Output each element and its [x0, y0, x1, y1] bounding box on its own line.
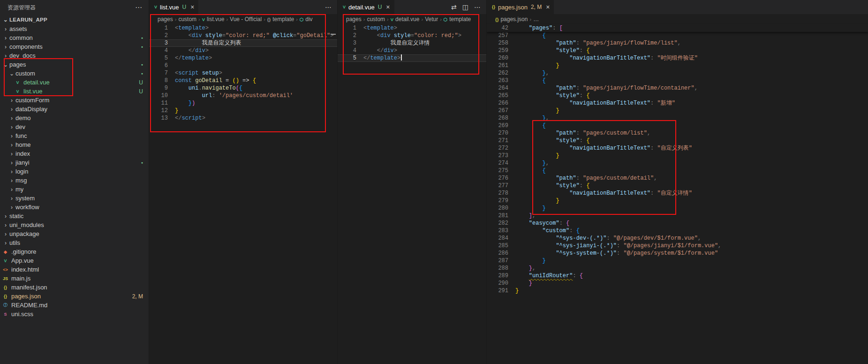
- code-line-7[interactable]: 7<script setup>: [149, 69, 337, 77]
- code-line-273[interactable]: 273 }: [487, 152, 868, 159]
- code-line-4[interactable]: 4 </div>: [149, 47, 337, 54]
- tree-folder-pages[interactable]: ⌄pages●: [0, 60, 149, 69]
- code-line-284[interactable]: 284 "^sys-dev-(.*)": "@/pages/dev/$1/for…: [487, 235, 868, 242]
- code-line-275[interactable]: 275 {: [487, 167, 868, 174]
- code-line-263[interactable]: 263 {: [487, 77, 868, 84]
- close-icon[interactable]: ×: [190, 4, 194, 10]
- tab-pages-json[interactable]: {} pages.json 2, M ×: [487, 0, 554, 14]
- split-editor-icon[interactable]: ◫: [462, 3, 468, 11]
- code-line-269[interactable]: 269 {: [487, 122, 868, 129]
- breadcrumb-item-template[interactable]: {}template: [267, 16, 294, 23]
- tree-file-uni.scss[interactable]: Suni.scss: [0, 310, 149, 318]
- code-line-261[interactable]: 261 }: [487, 62, 868, 69]
- code-line-274[interactable]: 274 },: [487, 159, 868, 167]
- tree-file-list.vue[interactable]: Vlist.vueU: [0, 87, 149, 96]
- tree-folder-static[interactable]: ›static: [0, 212, 149, 220]
- breadcrumb-item-pages[interactable]: pages: [346, 16, 362, 23]
- code-editor[interactable]: 1<template>2 <div style="color: red;">3 …: [338, 24, 486, 62]
- code-line-280[interactable]: 280 }: [487, 205, 868, 212]
- tree-folder-demo[interactable]: ›demo: [0, 114, 149, 122]
- breadcrumb-item-template[interactable]: ⬡template: [444, 16, 471, 23]
- code-line-278[interactable]: 278 "navigationBarTitleText": "自定义详情": [487, 190, 868, 197]
- code-line-10[interactable]: 10 url: '/pages/custom/detail': [149, 92, 337, 99]
- code-line-259[interactable]: 259 "style": {: [487, 47, 868, 54]
- code-line-9[interactable]: 9 uni.navigateTo({: [149, 84, 337, 92]
- code-line-266[interactable]: 266 "navigationBarTitleText": "新增": [487, 99, 868, 107]
- code-line-6[interactable]: 6: [149, 62, 337, 69]
- code-line-287[interactable]: 287 }: [487, 257, 868, 265]
- code-line-270[interactable]: 270 "path": "pages/custom/list",: [487, 129, 868, 137]
- tree-folder-func[interactable]: ›func: [0, 131, 149, 140]
- tree-folder-utils[interactable]: ›utils: [0, 238, 149, 247]
- tree-folder-my[interactable]: ›my: [0, 185, 149, 194]
- tree-folder-system[interactable]: ›system: [0, 194, 149, 203]
- tab-detail-vue[interactable]: V detail.vue U ×: [338, 0, 395, 14]
- code-line-281[interactable]: 281 ],: [487, 212, 868, 220]
- close-icon[interactable]: ×: [386, 4, 390, 10]
- more-actions-icon[interactable]: ⋯: [135, 3, 142, 12]
- code-line-3[interactable]: 3 我是自定义列表: [149, 39, 337, 47]
- breadcrumb-item-Vue - Official[interactable]: Vue - Official: [230, 16, 262, 23]
- tree-folder-workflow[interactable]: ›workflow: [0, 203, 149, 212]
- code-line-4[interactable]: 4 </div>: [338, 47, 486, 54]
- code-editor[interactable]: 42 "pages": [257 {258 "path": "pages/jia…: [487, 24, 868, 295]
- code-line-283[interactable]: 283 "custom": {: [487, 227, 868, 235]
- tree-file-.gitignore[interactable]: ◆.gitignore: [0, 247, 149, 256]
- breadcrumb-item-detail.vue[interactable]: Vdetail.vue: [391, 16, 420, 23]
- code-line-290[interactable]: 290 }: [487, 280, 868, 287]
- code-line-1[interactable]: 1<template>: [338, 24, 486, 32]
- code-line-11[interactable]: 11 }): [149, 99, 337, 107]
- tree-folder-dev_docs[interactable]: ›dev_docs: [0, 51, 149, 60]
- code-line-262[interactable]: 262 },: [487, 69, 868, 77]
- tree-folder-uni_modules[interactable]: ›uni_modules: [0, 220, 149, 229]
- tree-root-learun-app[interactable]: ⌄ LEARUN_APP: [0, 15, 149, 24]
- tree-file-pages.json[interactable]: {}pages.json2, M: [0, 292, 149, 301]
- code-line-279[interactable]: 279 }: [487, 197, 868, 205]
- code-line-276[interactable]: 276 "path": "pages/custom/detail",: [487, 174, 868, 182]
- code-line-2[interactable]: 2 <div style="color: red;" @click="goDet…: [149, 32, 337, 39]
- code-line-268[interactable]: 268 },: [487, 114, 868, 122]
- code-editor[interactable]: 1<template>2 <div style="color: red;" @c…: [149, 24, 337, 122]
- code-line-257[interactable]: 257 {: [487, 32, 868, 39]
- tree-file-main.js[interactable]: JSmain.js: [0, 274, 149, 283]
- tab-list-vue[interactable]: V list.vue U ×: [149, 0, 199, 14]
- code-line-288[interactable]: 288 },: [487, 265, 868, 272]
- code-line-5[interactable]: 5</template>: [338, 54, 486, 62]
- breadcrumb-item-list.vue[interactable]: Vlist.vue: [202, 16, 225, 23]
- tree-folder-msg[interactable]: ›msg: [0, 176, 149, 185]
- tree-file-index.html[interactable]: <>index.html: [0, 265, 149, 274]
- code-line-271[interactable]: 271 "style": {: [487, 137, 868, 144]
- code-line-1[interactable]: 1<template>: [149, 24, 337, 32]
- breadcrumb-item-div[interactable]: ⬡div: [300, 16, 313, 23]
- code-line-265[interactable]: 265 "style": {: [487, 92, 868, 99]
- more-actions-icon[interactable]: ⋯: [474, 3, 481, 11]
- sticky-scroll-line-42[interactable]: 42 "pages": [: [487, 24, 868, 32]
- code-line-258[interactable]: 258 "path": "pages/jianyi/flowTime/list"…: [487, 39, 868, 47]
- breadcrumb-item-custom[interactable]: custom: [367, 16, 385, 23]
- code-line-8[interactable]: 8const goDetail = () => {: [149, 77, 337, 84]
- tree-file-detail.vue[interactable]: Vdetail.vueU: [0, 78, 149, 87]
- code-line-260[interactable]: 260 "navigationBarTitleText": "时间组件验证": [487, 54, 868, 62]
- code-line-3[interactable]: 3 我是自定义详情: [338, 39, 486, 47]
- code-line-282[interactable]: 282 "easycom": {: [487, 220, 868, 227]
- code-line-272[interactable]: 272 "navigationBarTitleText": "自定义列表": [487, 144, 868, 152]
- tree-folder-custom[interactable]: ⌄custom●: [0, 69, 149, 78]
- tree-folder-customForm[interactable]: ›customForm: [0, 96, 149, 105]
- code-line-13[interactable]: 13</script>: [149, 114, 337, 122]
- tree-file-manifest.json[interactable]: {}manifest.json: [0, 283, 149, 292]
- code-line-291[interactable]: 291}: [487, 287, 868, 295]
- code-line-5[interactable]: 5</template>: [149, 54, 337, 62]
- breadcrumb-item-pages[interactable]: pages: [158, 16, 173, 23]
- tree-folder-unpackage[interactable]: ›unpackage: [0, 229, 149, 238]
- close-icon[interactable]: ×: [546, 4, 550, 10]
- tree-folder-login[interactable]: ›login: [0, 167, 149, 176]
- breadcrumb-item-…[interactable]: …: [533, 16, 539, 23]
- tree-folder-components[interactable]: ›components●: [0, 42, 149, 51]
- tree-folder-dev[interactable]: ›dev: [0, 122, 149, 131]
- code-line-2[interactable]: 2 <div style="color: red;">: [338, 32, 486, 39]
- code-line-264[interactable]: 264 "path": "pages/jianyi/flowTime/conta…: [487, 84, 868, 92]
- tree-folder-dataDisplay[interactable]: ›dataDisplay: [0, 105, 149, 114]
- code-line-289[interactable]: 289 "uniIdRouter": {: [487, 272, 868, 280]
- breadcrumb-item-pages.json[interactable]: {}pages.json: [495, 16, 528, 23]
- code-line-277[interactable]: 277 "style": {: [487, 182, 868, 190]
